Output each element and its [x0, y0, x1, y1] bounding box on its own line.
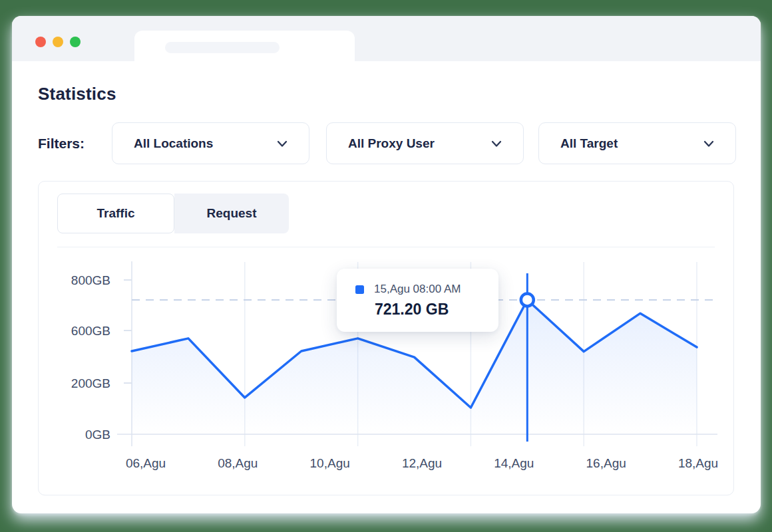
chevron-down-icon — [490, 137, 503, 150]
svg-text:800GB: 800GB — [71, 273, 110, 287]
tab-request[interactable]: Request — [174, 194, 289, 233]
statistics-card: Traffic Request 0GB200GB600GB800GB06,Agu… — [38, 181, 734, 495]
zoom-window-dot[interactable] — [70, 37, 81, 47]
svg-text:10,Agu: 10,Agu — [310, 456, 350, 470]
tooltip-timestamp: 15,Agu 08:00 AM — [374, 283, 461, 296]
traffic-lights — [35, 37, 81, 47]
filters-label: Filters: — [38, 122, 85, 164]
tab-title-placeholder — [165, 42, 280, 53]
series-swatch-icon — [355, 285, 364, 294]
minimize-window-dot[interactable] — [53, 37, 63, 47]
proxy-user-dropdown-value: All Proxy User — [348, 136, 435, 151]
browser-tab[interactable] — [134, 31, 355, 61]
target-dropdown-value: All Target — [560, 136, 618, 151]
tab-traffic[interactable]: Traffic — [57, 194, 174, 233]
svg-text:08,Agu: 08,Agu — [218, 456, 258, 470]
svg-text:200GB: 200GB — [71, 376, 110, 390]
svg-text:18,Agu: 18,Agu — [678, 456, 718, 470]
proxy-user-dropdown[interactable]: All Proxy User — [326, 122, 524, 164]
filters-row: Filters: All Locations All Proxy User Al… — [12, 122, 761, 164]
svg-text:16,Agu: 16,Agu — [586, 456, 626, 470]
svg-text:12,Agu: 12,Agu — [402, 456, 442, 470]
target-dropdown[interactable]: All Target — [538, 122, 736, 164]
svg-text:14,Agu: 14,Agu — [494, 456, 534, 470]
page-title: Statistics — [38, 84, 116, 104]
browser-titlebar — [12, 16, 761, 61]
locations-dropdown[interactable]: All Locations — [112, 122, 309, 164]
chevron-down-icon — [276, 137, 289, 150]
close-window-dot[interactable] — [35, 37, 46, 47]
browser-window: Statistics Filters: All Locations All Pr… — [12, 16, 761, 513]
chevron-down-icon — [702, 137, 715, 150]
locations-dropdown-value: All Locations — [134, 136, 213, 151]
svg-text:06,Agu: 06,Agu — [126, 456, 166, 470]
tooltip-value: 721.20 GB — [375, 301, 498, 319]
chart-tab-group: Traffic Request — [57, 194, 289, 233]
svg-text:0GB: 0GB — [85, 428, 110, 442]
chart-tooltip: 15,Agu 08:00 AM 721.20 GB — [337, 269, 498, 332]
svg-text:600GB: 600GB — [71, 324, 110, 338]
